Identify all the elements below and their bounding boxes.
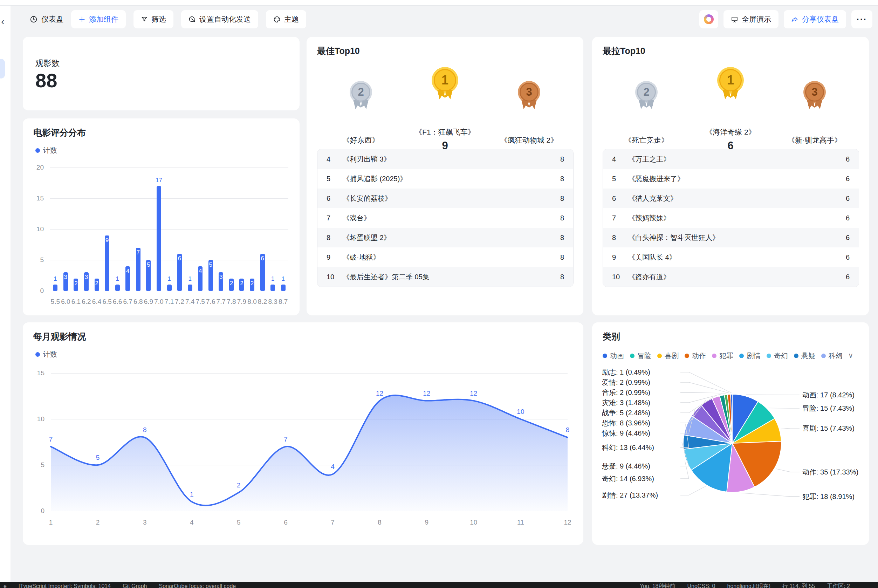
score-cell: 8 [560,234,564,242]
status-item[interactable]: UnoCSS: 0 [687,583,715,588]
more-actions-button[interactable]: ··· [851,10,872,28]
dashboard-menu-button[interactable]: 仪表盘 [30,14,63,24]
bar [167,285,172,291]
bar-value-label: 1 [276,275,290,282]
add-widget-label: 添加组件 [89,14,118,24]
y-axis-tick: 5 [25,256,44,264]
movie-name-cell: 《坏蛋联盟 2》 [343,233,560,243]
legend-label: 计数 [43,350,57,359]
bar-value-label: 1 [162,275,176,282]
point-value-label: 8 [559,426,576,434]
ai-assistant-button[interactable] [699,10,718,28]
podium-movie-name: 《F1：狂飙飞车》 [396,127,494,137]
table-row: 8《白头神探：智斗灭世狂人》6 [603,228,859,248]
status-item[interactable]: 工作区: 2 [827,583,850,588]
share-dashboard-button[interactable]: 分享仪表盘 [784,10,846,28]
table-row: 7《辣妈辣妹》6 [603,208,859,228]
fullscreen-present-button[interactable]: 全屏演示 [724,10,779,28]
y-axis-tick: 0 [25,287,44,295]
ai-gradient-ring-icon [704,14,714,24]
status-bar-left: e[TypeScript Importer]: Symbols: 1014Git… [3,583,236,588]
x-axis-tick: 10 [465,519,482,526]
bar [281,285,286,291]
bar [188,285,192,291]
rank-cell: 9 [612,254,628,261]
status-item[interactable]: hongliang.li(现在) [727,583,771,588]
bar-value-label: 2 [69,280,83,287]
pie-slice-label: 恐怖: 8 (3.96%) [602,418,650,428]
score-cell: 8 [560,195,564,202]
x-axis-tick: 9 [418,519,435,526]
filter-button[interactable]: 筛选 [133,10,174,28]
table-row: 6《长安的荔枝》8 [318,189,573,208]
rating-distribution-card: 电影评分分布 计数 0510152015.536.026.136.226.496… [23,118,300,315]
table-row: 7《戏台》8 [318,208,573,228]
rating-legend[interactable]: 计数 [35,146,57,155]
point-value-label: 12 [418,390,435,398]
filter-icon [141,16,148,23]
movie-name-cell: 《恶魔搬进来了》 [628,174,846,184]
point-value-label: 12 [372,390,388,398]
theme-button[interactable]: 主题 [266,10,306,28]
gridline [51,419,568,420]
gridline [51,373,568,374]
podium-movie-name: 《死亡竞走》 [597,135,695,145]
bar-value-label: 6 [255,255,270,262]
status-item[interactable]: Git Graph [123,583,147,588]
gridline [50,291,288,291]
fullscreen-present-label: 全屏演示 [742,14,771,24]
y-axis-tick: 20 [25,164,44,171]
y-axis-tick: 15 [25,195,44,202]
movie-name-cell: 《利刃出鞘 3》 [343,154,560,164]
medal-rank: 1 [719,69,742,92]
watch-count-value: 88 [35,69,57,92]
bar-value-label: 4 [193,268,207,275]
status-item[interactable]: SonarQube focus: overall code [159,583,236,588]
bar-value-label: 2 [90,280,104,287]
monthly-legend[interactable]: 计数 [35,350,57,359]
y-axis-tick: 5 [26,461,45,469]
sidebar-collapse-icon[interactable]: ‹ [1,16,4,27]
y-axis-tick: 15 [26,369,45,377]
palette-icon [273,16,281,23]
bar [157,186,161,291]
pie-slice-label: 奇幻: 14 (6.93%) [602,474,654,484]
gridline [50,168,288,168]
status-item[interactable]: You, 18秒钟前 [640,583,676,588]
x-axis-tick: 4 [183,519,200,526]
score-cell: 6 [846,234,850,242]
rank-cell: 5 [612,175,628,183]
gridline [51,465,568,465]
status-item[interactable]: [TypeScript Importer]: Symbols: 1014 [19,583,111,588]
best-top10-card: 最佳Top10 2《好东西》81《F1：狂飙飞车》93《疯狂动物城 2》8 4《… [307,37,583,315]
rank-cell: 8 [612,234,628,242]
bar [115,285,120,291]
rank-cell: 10 [612,273,628,281]
gridline [50,229,288,230]
status-item[interactable]: e [3,583,7,588]
movie-name-cell: 《盗亦有道》 [628,272,846,282]
gold-medal-icon: 1 [432,67,458,93]
bronze-medal-icon: 3 [518,81,540,104]
point-value-label: 5 [89,454,106,462]
bar-value-label: 7 [131,249,145,256]
table-row: 5《恶魔搬进来了》6 [603,169,859,189]
medal-rank: 3 [805,83,824,102]
sidebar-active-indicator [0,59,5,78]
collapsed-sidebar: ‹ [0,6,10,582]
x-axis-tick: 8 [372,519,388,526]
presentation-icon [731,16,738,23]
add-widget-button[interactable]: 添加组件 [71,10,126,28]
status-item[interactable]: 行 114, 列 55 [782,583,815,588]
pie-slice-label: 悬疑: 9 (4.46%) [602,462,650,471]
gridline [51,511,568,511]
auto-send-button[interactable]: 设置自动化发送 [181,10,258,28]
pie-slice-label: 战争: 5 (2.48%) [602,408,650,418]
point-value-label: 7 [277,436,294,443]
worst-top10-title: 最拉Top10 [602,45,645,57]
medal-rank: 2 [637,83,656,102]
bar [53,285,57,291]
gridline [50,198,288,199]
best-top10-title: 最佳Top10 [317,45,360,57]
score-cell: 6 [846,195,850,202]
